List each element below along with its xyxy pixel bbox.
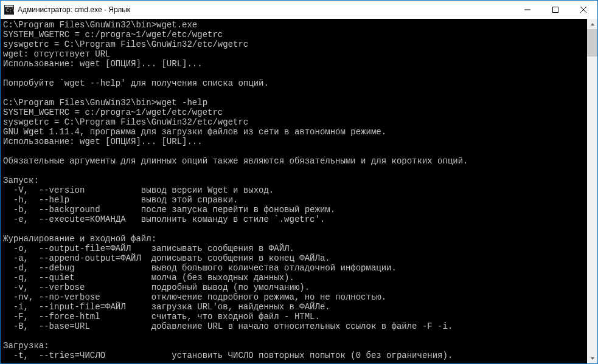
terminal-output[interactable]: C:\Program Files\GnuWin32\bin>wget.exe S… xyxy=(1,19,587,363)
svg-marker-7 xyxy=(591,23,594,26)
maximize-button[interactable] xyxy=(541,1,569,19)
scroll-up-button[interactable] xyxy=(587,19,597,29)
svg-rect-4 xyxy=(553,7,558,13)
cmd-icon: C:\ xyxy=(4,5,14,15)
scroll-track[interactable] xyxy=(587,29,597,353)
scroll-down-button[interactable] xyxy=(587,353,597,363)
scrollbar[interactable] xyxy=(587,19,597,363)
close-button[interactable] xyxy=(569,1,597,19)
svg-marker-8 xyxy=(591,357,594,360)
window: C:\ Администратор: cmd.exe - Ярлык C:\Pr… xyxy=(0,0,598,364)
window-controls xyxy=(513,1,597,19)
minimize-button[interactable] xyxy=(513,1,541,19)
titlebar[interactable]: C:\ Администратор: cmd.exe - Ярлык xyxy=(1,1,597,19)
terminal-container: C:\Program Files\GnuWin32\bin>wget.exe S… xyxy=(1,19,597,363)
scroll-thumb[interactable] xyxy=(587,29,597,57)
window-title: Администратор: cmd.exe - Ярлык xyxy=(18,5,513,14)
svg-text:C:\: C:\ xyxy=(6,8,14,13)
svg-rect-1 xyxy=(5,5,13,7)
